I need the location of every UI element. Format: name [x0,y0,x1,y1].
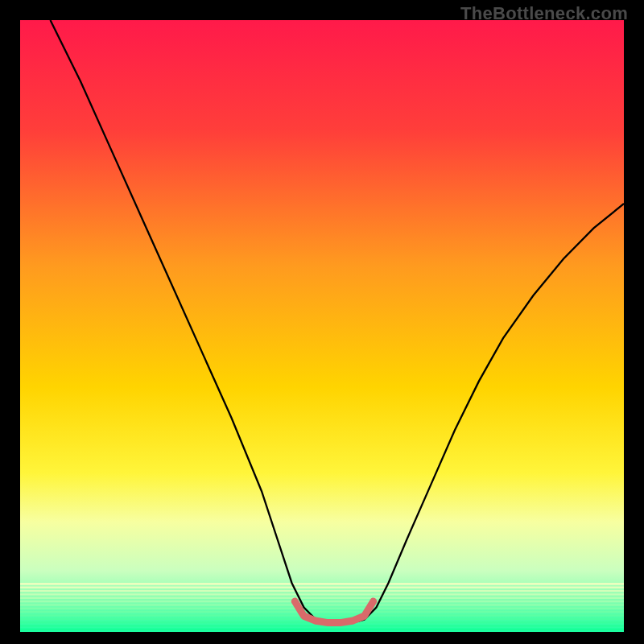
bottleneck-chart [0,0,644,644]
green-stripe [20,629,624,630]
green-stripe [20,583,624,584]
plot-area [20,20,624,632]
green-stripe [20,614,624,616]
plot-background [20,20,624,632]
green-stripe [20,604,624,605]
green-stripe [20,587,624,588]
green-stripe [20,601,624,602]
green-stripe [20,597,624,599]
chart-frame: TheBottleneck.com [0,0,644,644]
watermark-text: TheBottleneck.com [460,3,628,24]
green-stripe [20,611,624,613]
green-stripe [20,590,624,592]
green-stripe [20,593,624,595]
green-stripe [20,608,624,609]
